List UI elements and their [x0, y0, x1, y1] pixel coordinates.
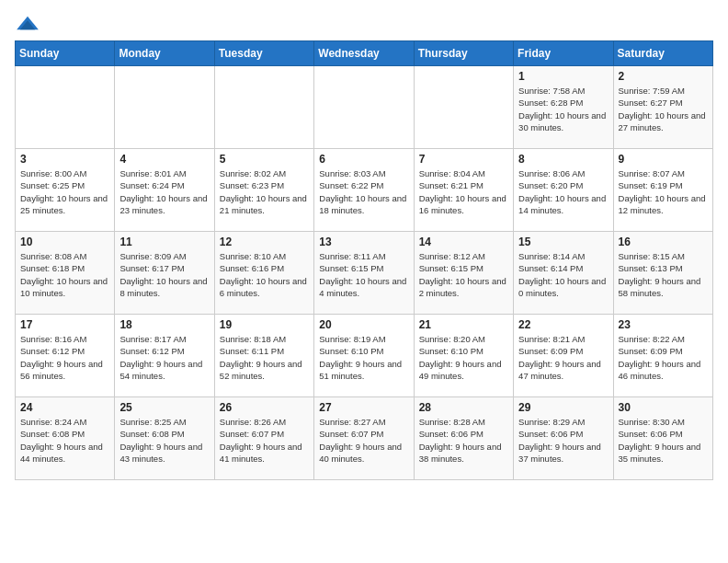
calendar-header-row: SundayMondayTuesdayWednesdayThursdayFrid…	[16, 41, 713, 66]
col-header-friday: Friday	[514, 41, 613, 66]
calendar-cell: 24Sunrise: 8:24 AM Sunset: 6:08 PM Dayli…	[16, 397, 115, 480]
calendar-week-2: 3Sunrise: 8:00 AM Sunset: 6:25 PM Daylig…	[16, 149, 713, 232]
day-info: Sunrise: 7:58 AM Sunset: 6:28 PM Dayligh…	[518, 85, 608, 133]
day-number: 16	[619, 236, 708, 248]
calendar-cell	[115, 66, 214, 149]
day-number: 4	[119, 153, 209, 166]
col-header-sunday: Sunday	[16, 41, 115, 66]
day-info: Sunrise: 8:00 AM Sunset: 6:25 PM Dayligh…	[20, 167, 109, 216]
calendar-cell: 12Sunrise: 8:10 AM Sunset: 6:16 PM Dayli…	[214, 232, 313, 315]
calendar-cell	[414, 66, 513, 149]
calendar-cell: 10Sunrise: 8:08 AM Sunset: 6:18 PM Dayli…	[16, 232, 115, 315]
day-number: 10	[20, 236, 109, 248]
day-number: 5	[220, 153, 309, 166]
day-number: 19	[220, 318, 309, 331]
col-header-wednesday: Wednesday	[314, 41, 414, 66]
day-number: 26	[220, 401, 309, 414]
day-info: Sunrise: 8:25 AM Sunset: 6:08 PM Dayligh…	[119, 416, 209, 465]
day-info: Sunrise: 8:08 AM Sunset: 6:18 PM Dayligh…	[20, 250, 109, 299]
calendar-cell: 16Sunrise: 8:15 AM Sunset: 6:13 PM Dayli…	[613, 232, 712, 315]
calendar-cell	[314, 66, 414, 149]
day-number: 28	[419, 401, 508, 414]
day-number: 6	[319, 153, 408, 166]
day-number: 17	[20, 318, 109, 331]
calendar-cell: 21Sunrise: 8:20 AM Sunset: 6:10 PM Dayli…	[414, 315, 513, 397]
day-info: Sunrise: 8:09 AM Sunset: 6:17 PM Dayligh…	[119, 250, 209, 299]
day-info: Sunrise: 7:59 AM Sunset: 6:27 PM Dayligh…	[619, 85, 708, 133]
day-number: 20	[319, 318, 408, 331]
day-number: 12	[220, 236, 309, 248]
day-number: 18	[119, 318, 209, 331]
day-number: 14	[419, 236, 508, 248]
day-info: Sunrise: 8:15 AM Sunset: 6:13 PM Dayligh…	[619, 250, 708, 299]
day-info: Sunrise: 8:04 AM Sunset: 6:21 PM Dayligh…	[419, 167, 508, 216]
calendar-cell: 23Sunrise: 8:22 AM Sunset: 6:09 PM Dayli…	[613, 315, 712, 397]
calendar-cell: 2Sunrise: 7:59 AM Sunset: 6:27 PM Daylig…	[613, 66, 712, 149]
day-info: Sunrise: 8:01 AM Sunset: 6:24 PM Dayligh…	[119, 167, 209, 216]
day-info: Sunrise: 8:26 AM Sunset: 6:07 PM Dayligh…	[220, 416, 309, 465]
calendar-cell	[16, 66, 115, 149]
calendar-cell: 4Sunrise: 8:01 AM Sunset: 6:24 PM Daylig…	[115, 149, 214, 232]
calendar-cell	[214, 66, 313, 149]
calendar-cell: 18Sunrise: 8:17 AM Sunset: 6:12 PM Dayli…	[115, 315, 214, 397]
calendar-cell: 14Sunrise: 8:12 AM Sunset: 6:15 PM Dayli…	[414, 232, 513, 315]
day-number: 24	[20, 401, 109, 414]
day-number: 7	[419, 153, 508, 166]
day-info: Sunrise: 8:18 AM Sunset: 6:11 PM Dayligh…	[220, 333, 309, 382]
day-info: Sunrise: 8:07 AM Sunset: 6:19 PM Dayligh…	[619, 167, 708, 216]
day-number: 25	[119, 401, 209, 414]
col-header-monday: Monday	[115, 41, 214, 66]
calendar-cell: 22Sunrise: 8:21 AM Sunset: 6:09 PM Dayli…	[514, 315, 613, 397]
col-header-tuesday: Tuesday	[214, 41, 313, 66]
day-number: 11	[119, 236, 209, 248]
logo	[15, 15, 44, 33]
day-info: Sunrise: 8:17 AM Sunset: 6:12 PM Dayligh…	[119, 333, 209, 382]
calendar-cell: 19Sunrise: 8:18 AM Sunset: 6:11 PM Dayli…	[214, 315, 313, 397]
day-info: Sunrise: 8:28 AM Sunset: 6:06 PM Dayligh…	[419, 416, 508, 465]
day-info: Sunrise: 8:02 AM Sunset: 6:23 PM Dayligh…	[220, 167, 309, 216]
day-info: Sunrise: 8:14 AM Sunset: 6:14 PM Dayligh…	[518, 250, 608, 299]
day-number: 30	[619, 401, 708, 414]
calendar-cell: 3Sunrise: 8:00 AM Sunset: 6:25 PM Daylig…	[16, 149, 115, 232]
calendar-week-1: 1Sunrise: 7:58 AM Sunset: 6:28 PM Daylig…	[16, 66, 713, 149]
calendar-cell: 30Sunrise: 8:30 AM Sunset: 6:06 PM Dayli…	[613, 397, 712, 480]
calendar-cell: 29Sunrise: 8:29 AM Sunset: 6:06 PM Dayli…	[514, 397, 613, 480]
day-info: Sunrise: 8:16 AM Sunset: 6:12 PM Dayligh…	[20, 333, 109, 382]
calendar-cell: 6Sunrise: 8:03 AM Sunset: 6:22 PM Daylig…	[314, 149, 414, 232]
calendar-table: SundayMondayTuesdayWednesdayThursdayFrid…	[15, 40, 713, 480]
day-number: 29	[518, 401, 608, 414]
day-info: Sunrise: 8:24 AM Sunset: 6:08 PM Dayligh…	[20, 416, 109, 465]
day-info: Sunrise: 8:20 AM Sunset: 6:10 PM Dayligh…	[419, 333, 508, 382]
day-number: 21	[419, 318, 508, 331]
calendar-cell: 15Sunrise: 8:14 AM Sunset: 6:14 PM Dayli…	[514, 232, 613, 315]
calendar-cell: 27Sunrise: 8:27 AM Sunset: 6:07 PM Dayli…	[314, 397, 414, 480]
day-number: 3	[20, 153, 109, 166]
calendar-cell: 26Sunrise: 8:26 AM Sunset: 6:07 PM Dayli…	[214, 397, 313, 480]
day-number: 23	[619, 318, 708, 331]
day-info: Sunrise: 8:10 AM Sunset: 6:16 PM Dayligh…	[220, 250, 309, 299]
calendar-cell: 13Sunrise: 8:11 AM Sunset: 6:15 PM Dayli…	[314, 232, 414, 315]
day-info: Sunrise: 8:27 AM Sunset: 6:07 PM Dayligh…	[319, 416, 408, 465]
calendar-cell: 7Sunrise: 8:04 AM Sunset: 6:21 PM Daylig…	[414, 149, 513, 232]
calendar-cell: 28Sunrise: 8:28 AM Sunset: 6:06 PM Dayli…	[414, 397, 513, 480]
calendar-week-5: 24Sunrise: 8:24 AM Sunset: 6:08 PM Dayli…	[16, 397, 713, 480]
calendar-week-3: 10Sunrise: 8:08 AM Sunset: 6:18 PM Dayli…	[16, 232, 713, 315]
calendar-cell: 8Sunrise: 8:06 AM Sunset: 6:20 PM Daylig…	[514, 149, 613, 232]
calendar-cell: 11Sunrise: 8:09 AM Sunset: 6:17 PM Dayli…	[115, 232, 214, 315]
calendar-cell: 17Sunrise: 8:16 AM Sunset: 6:12 PM Dayli…	[16, 315, 115, 397]
day-number: 8	[518, 153, 608, 166]
day-number: 1	[518, 70, 608, 83]
col-header-saturday: Saturday	[613, 41, 712, 66]
logo-icon	[15, 15, 40, 33]
calendar-week-4: 17Sunrise: 8:16 AM Sunset: 6:12 PM Dayli…	[16, 315, 713, 397]
day-info: Sunrise: 8:06 AM Sunset: 6:20 PM Dayligh…	[518, 167, 608, 216]
day-info: Sunrise: 8:19 AM Sunset: 6:10 PM Dayligh…	[319, 333, 408, 382]
day-info: Sunrise: 8:12 AM Sunset: 6:15 PM Dayligh…	[419, 250, 508, 299]
day-info: Sunrise: 8:21 AM Sunset: 6:09 PM Dayligh…	[518, 333, 608, 382]
calendar-cell: 1Sunrise: 7:58 AM Sunset: 6:28 PM Daylig…	[514, 66, 613, 149]
day-info: Sunrise: 8:30 AM Sunset: 6:06 PM Dayligh…	[619, 416, 708, 465]
day-number: 2	[619, 70, 708, 83]
page-header	[15, 15, 713, 33]
day-number: 9	[619, 153, 708, 166]
day-info: Sunrise: 8:29 AM Sunset: 6:06 PM Dayligh…	[518, 416, 608, 465]
